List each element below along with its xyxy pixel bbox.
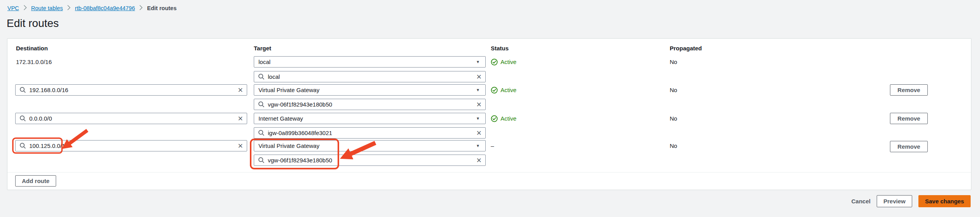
target-search-field: × (254, 71, 486, 82)
target-search-input[interactable] (265, 101, 476, 108)
target-type-dropdown[interactable]: Virtual Private Gateway ▼ (254, 140, 486, 151)
destination-input[interactable] (26, 142, 238, 149)
search-icon (19, 142, 26, 149)
save-changes-button[interactable]: Save changes (918, 195, 971, 207)
target-type-dropdown[interactable]: Virtual Private Gateway ▼ (254, 84, 486, 96)
search-icon (258, 130, 265, 136)
column-header-destination: Destination (16, 45, 48, 52)
chevron-down-icon: ▼ (476, 144, 480, 148)
preview-button[interactable]: Preview (877, 195, 912, 207)
status-badge: Active (491, 56, 517, 68)
target-search-input[interactable] (265, 73, 476, 80)
breadcrumb-link-route-table-id[interactable]: rtb-08baf8c04a9e44796 (75, 5, 135, 11)
propagated-value: No (670, 113, 677, 124)
column-header-target: Target (254, 45, 271, 52)
column-header-propagated: Propagated (670, 45, 702, 52)
search-icon (258, 157, 265, 164)
clear-icon[interactable]: × (238, 86, 243, 94)
search-icon (258, 101, 265, 108)
target-type-value: Internet Gateway (258, 115, 303, 122)
status-active-icon (491, 59, 498, 66)
target-type-dropdown[interactable]: Internet Gateway ▼ (254, 113, 486, 124)
status-label: Active (501, 59, 517, 65)
destination-input[interactable] (26, 87, 238, 93)
footer-actions: Cancel Preview Save changes (851, 195, 971, 207)
target-search-field: × (254, 99, 486, 110)
target-type-value: Virtual Private Gateway (258, 87, 319, 93)
search-icon (258, 73, 265, 80)
chevron-down-icon: ▼ (476, 116, 480, 121)
clear-icon[interactable]: × (238, 114, 243, 123)
target-search-input[interactable] (265, 157, 476, 164)
clear-icon[interactable]: × (476, 156, 481, 165)
page-title: Edit routes (7, 17, 59, 30)
status-label: Active (501, 87, 517, 93)
search-icon (19, 87, 26, 93)
add-route-button[interactable]: Add route (15, 175, 56, 187)
panel-divider (7, 172, 971, 173)
destination-input[interactable] (26, 115, 238, 122)
status-dash: – (491, 140, 494, 151)
clear-icon[interactable]: × (476, 73, 481, 81)
target-search-field: × (254, 155, 486, 166)
status-badge: Active (491, 84, 517, 96)
clear-icon[interactable]: × (238, 142, 243, 150)
clear-icon[interactable]: × (476, 100, 481, 109)
breadcrumb-link-vpc[interactable]: VPC (7, 5, 19, 11)
remove-button[interactable]: Remove (890, 113, 928, 124)
chevron-down-icon: ▼ (476, 60, 480, 64)
breadcrumb-current: Edit routes (147, 5, 177, 11)
status-active-icon (491, 115, 498, 122)
breadcrumb-chevron-icon (23, 5, 27, 12)
destination-field: × (15, 140, 247, 151)
search-icon (19, 115, 26, 122)
cancel-button[interactable]: Cancel (851, 198, 870, 205)
propagated-value: No (670, 56, 677, 68)
destination-field: × (15, 84, 247, 96)
breadcrumb: VPC Route tables rtb-08baf8c04a9e44796 E… (7, 5, 177, 12)
remove-button[interactable]: Remove (890, 141, 928, 152)
routes-panel: Destination Target Status Propagated 172… (7, 38, 971, 190)
status-badge: Active (491, 113, 517, 124)
destination-value: 172.31.0.0/16 (16, 56, 52, 68)
target-search-input[interactable] (265, 130, 476, 136)
propagated-value: No (670, 84, 677, 96)
target-type-value: Virtual Private Gateway (258, 142, 319, 149)
chevron-down-icon: ▼ (476, 88, 480, 92)
breadcrumb-chevron-icon (67, 5, 71, 12)
target-type-value: local (258, 59, 271, 65)
target-search-field: × (254, 127, 486, 139)
target-type-dropdown[interactable]: local ▼ (254, 56, 486, 68)
breadcrumb-chevron-icon (139, 5, 143, 12)
destination-field: × (15, 113, 247, 124)
clear-icon[interactable]: × (476, 129, 481, 137)
breadcrumb-link-route-tables[interactable]: Route tables (31, 5, 63, 11)
remove-button[interactable]: Remove (890, 84, 928, 96)
propagated-value: No (670, 140, 677, 151)
status-label: Active (501, 115, 517, 122)
column-header-status: Status (491, 45, 509, 52)
status-active-icon (491, 87, 498, 94)
